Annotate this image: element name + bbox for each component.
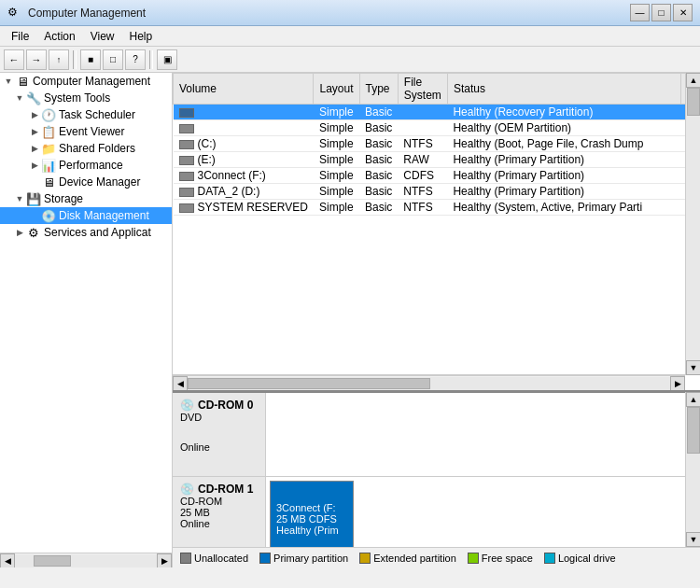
properties-button[interactable]: □ xyxy=(103,49,123,70)
disk-vscroll[interactable]: ▲ ▼ xyxy=(685,392,700,547)
close-button[interactable]: ✕ xyxy=(673,4,693,21)
disk-scroll-thumb[interactable] xyxy=(687,407,700,454)
root-label: Computer Management xyxy=(33,75,150,88)
storage-expand[interactable]: ▼ xyxy=(13,192,26,205)
cell-filesystem xyxy=(398,105,447,120)
tree-device-manager[interactable]: ▶ 🖥 Device Manager xyxy=(0,174,172,190)
tree-root[interactable]: ▼ 🖥 Computer Management xyxy=(0,73,172,90)
computer-icon: 🖥 xyxy=(15,74,30,89)
tree-storage[interactable]: ▼ 💾 Storage xyxy=(0,190,172,207)
menu-file[interactable]: File xyxy=(4,28,36,45)
cdrom1-partition-3connect[interactable]: 3Connect (F: 25 MB CDFS Healthy (Prim xyxy=(270,481,354,547)
cell-layout: Simple xyxy=(314,105,359,120)
tree-task-scheduler[interactable]: ▶ 🕐 Task Scheduler xyxy=(0,106,172,123)
left-scroll-right[interactable]: ▶ xyxy=(157,553,172,568)
tree-shared-folders[interactable]: ▶ 📁 Shared Folders xyxy=(0,140,172,157)
col-type[interactable]: Type xyxy=(359,74,398,105)
maximize-button[interactable]: □ xyxy=(651,4,671,21)
task-expand[interactable]: ▶ xyxy=(28,108,41,121)
system-tools-expand[interactable]: ▼ xyxy=(13,91,26,105)
perf-expand[interactable]: ▶ xyxy=(28,159,41,172)
toolbar-separator2 xyxy=(149,50,153,69)
forward-button[interactable]: → xyxy=(26,49,47,70)
table-vscroll[interactable]: ▲ ▼ xyxy=(685,73,700,375)
title-bar: ⚙ Computer Management — □ ✕ xyxy=(0,0,700,26)
left-scroll-left[interactable]: ◀ xyxy=(0,553,15,568)
volume-table[interactable]: Volume Layout Type File System Status xyxy=(173,73,685,375)
cdrom0-partitions xyxy=(266,393,685,476)
cdrom0-status: Online xyxy=(180,441,258,453)
col-volume[interactable]: Volume xyxy=(174,74,314,105)
table-hscroll-right[interactable]: ▶ xyxy=(670,376,685,391)
cell-type: Basic xyxy=(359,168,398,184)
cell-volume: SYSTEM RESERVED xyxy=(174,200,314,216)
cdrom1-row: 💿 CD-ROM 1 CD-ROM 25 MB Online 3Connect … xyxy=(173,477,685,547)
table-row[interactable]: (C:) Simple Basic NTFS Healthy (Boot, Pa… xyxy=(174,136,686,152)
minimize-button[interactable]: — xyxy=(630,4,650,21)
cell-layout: Simple xyxy=(314,200,359,216)
tree-services[interactable]: ▶ ⚙ Services and Applicat xyxy=(0,224,172,241)
cdrom1-name: 💿 CD-ROM 1 xyxy=(180,483,258,496)
cdrom1-status: Online xyxy=(180,518,258,529)
event-expand[interactable]: ▶ xyxy=(28,125,41,138)
primary-label: Primary partition xyxy=(273,553,348,564)
back-button[interactable]: ← xyxy=(4,49,24,70)
freespace-box xyxy=(468,553,479,564)
disk-scroll-down[interactable]: ▼ xyxy=(686,532,700,547)
primary-box xyxy=(259,553,271,564)
left-scroll-track xyxy=(15,554,157,567)
cdrom1-type: CD-ROM xyxy=(180,496,258,507)
cell-type: Basic xyxy=(359,184,398,200)
table-scroll-thumb[interactable] xyxy=(687,88,700,116)
cell-type: Basic xyxy=(359,152,398,168)
services-expand[interactable]: ▶ xyxy=(13,226,26,239)
col-layout[interactable]: Layout xyxy=(314,74,359,105)
perf-icon: 📊 xyxy=(41,158,56,173)
shared-expand[interactable]: ▶ xyxy=(28,142,41,155)
menu-action[interactable]: Action xyxy=(36,28,82,45)
table-with-scrollbar: Volume Layout Type File System Status xyxy=(173,73,700,375)
cdrom0-row: 💿 CD-ROM 0 DVD Online xyxy=(173,393,685,477)
left-scroll[interactable]: ◀ ▶ xyxy=(0,553,172,567)
menu-bar: File Action View Help xyxy=(0,26,700,47)
menu-help[interactable]: Help xyxy=(122,28,161,45)
tree-system-tools[interactable]: ▼ 🔧 System Tools xyxy=(0,90,172,106)
table-hscroll-track xyxy=(188,377,670,390)
table-row[interactable]: (E:) Simple Basic RAW Healthy (Primary P… xyxy=(174,152,686,168)
table-row[interactable]: 3Connect (F:) Simple Basic CDFS Healthy … xyxy=(174,168,686,184)
table-row[interactable]: SYSTEM RESERVED Simple Basic NTFS Health… xyxy=(174,200,686,216)
cell-status: Healthy (Primary Partition) xyxy=(447,184,680,200)
col-status[interactable]: Status xyxy=(447,74,680,105)
left-scroll-thumb[interactable] xyxy=(34,555,71,567)
root-expand[interactable]: ▼ xyxy=(2,75,15,88)
table-row[interactable]: DATA_2 (D:) Simple Basic NTFS Healthy (P… xyxy=(174,184,686,200)
cell-status: Healthy (Primary Partition) xyxy=(447,152,680,168)
partition-status: Healthy (Prim xyxy=(276,525,347,536)
unallocated-label: Unallocated xyxy=(194,553,248,564)
show-hide-button[interactable]: ■ xyxy=(80,49,101,70)
table-hscroll-left[interactable]: ◀ xyxy=(173,376,188,391)
disk-visual-with-scrollbar: 💿 CD-ROM 0 DVD Online xyxy=(173,392,700,547)
help-button[interactable]: ? xyxy=(125,49,146,70)
table-scroll-up[interactable]: ▲ xyxy=(686,73,700,88)
col-extra[interactable] xyxy=(680,74,685,105)
cell-type: Basic xyxy=(359,200,398,216)
up-button[interactable]: ↑ xyxy=(49,49,69,70)
export-button[interactable]: ▣ xyxy=(157,49,177,70)
cell-layout: Simple xyxy=(314,168,359,184)
cell-status: Healthy (OEM Partition) xyxy=(447,120,680,136)
table-scroll-down[interactable]: ▼ xyxy=(686,360,700,375)
tree-event-viewer[interactable]: ▶ 📋 Event Viewer xyxy=(0,123,172,140)
cdrom0-name: 💿 CD-ROM 0 xyxy=(180,399,258,412)
table-section: Volume Layout Type File System Status xyxy=(173,73,700,390)
tree-disk-management[interactable]: ▶ 💿 Disk Management xyxy=(0,207,172,224)
col-filesystem[interactable]: File System xyxy=(398,74,447,105)
table-row[interactable]: Simple Basic Healthy (OEM Partition) xyxy=(174,120,686,136)
table-hscroll[interactable]: ◀ ▶ xyxy=(173,375,685,390)
disk-scroll-up[interactable]: ▲ xyxy=(686,392,700,407)
menu-view[interactable]: View xyxy=(83,28,122,45)
table-row[interactable]: Simple Basic Healthy (Recovery Partition… xyxy=(174,105,686,120)
table-hscroll-thumb[interactable] xyxy=(188,378,430,389)
unallocated-box xyxy=(180,553,191,564)
tree-performance[interactable]: ▶ 📊 Performance xyxy=(0,157,172,174)
